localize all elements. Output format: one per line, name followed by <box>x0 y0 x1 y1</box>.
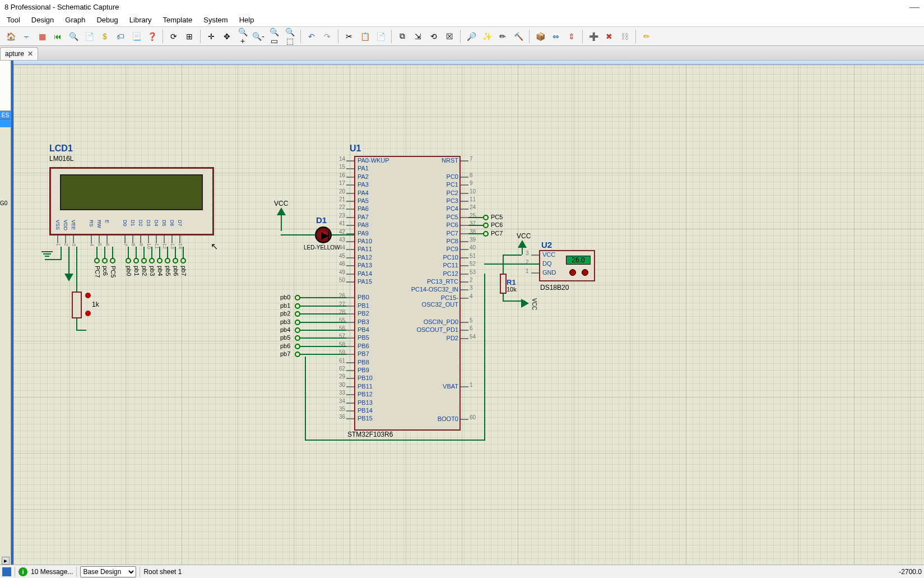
led-component[interactable] <box>315 226 332 243</box>
net-terminal[interactable] <box>483 215 489 220</box>
block-copy-icon[interactable]: ⧉ <box>395 29 410 44</box>
net-terminal[interactable] <box>94 258 100 263</box>
menu-help[interactable]: Help <box>235 15 259 25</box>
highlight-icon[interactable]: ✏ <box>639 29 654 44</box>
help-icon[interactable]: ❓ <box>145 29 159 44</box>
net-terminal[interactable] <box>157 258 162 263</box>
lcd-ref[interactable]: LCD1 <box>49 144 73 154</box>
messages-label[interactable]: 10 Message... <box>31 568 73 576</box>
link-icon[interactable]: ⛓ <box>617 29 632 44</box>
home-icon[interactable]: 🏠 <box>3 29 18 44</box>
pick-icon[interactable]: 🔎 <box>464 29 479 44</box>
net-terminal[interactable] <box>295 311 300 317</box>
net-terminal[interactable] <box>295 295 300 300</box>
minimize-icon[interactable]: — <box>909 1 920 13</box>
schematic-canvas[interactable]: LCD1 LM016L VSS 1 VDD 2 VEE 3 RS 4 RW 5 … <box>11 61 924 565</box>
mcu-pin-name: PC11 <box>410 262 458 269</box>
net-terminal[interactable] <box>295 303 300 309</box>
net-terminal[interactable] <box>141 258 147 263</box>
doc-icon[interactable]: 📄 <box>82 29 96 44</box>
r1-ref[interactable]: R1 <box>507 278 516 286</box>
tab-schematic-capture[interactable]: apture ✕ <box>0 47 38 60</box>
net-terminal[interactable] <box>295 320 300 325</box>
part-icon[interactable]: ⫟ <box>19 29 34 44</box>
block-delete-icon[interactable]: ☒ <box>442 29 457 44</box>
net-terminal[interactable] <box>149 258 155 263</box>
mirror-h-icon[interactable]: ⇔ <box>549 29 563 44</box>
wand-icon[interactable]: ✨ <box>480 29 494 44</box>
page-icon[interactable]: 📃 <box>129 29 143 44</box>
pencil-icon[interactable]: ✏ <box>495 29 510 44</box>
delete-icon[interactable]: ✖ <box>602 29 616 44</box>
block-move-icon[interactable]: ⇲ <box>411 29 425 44</box>
copy-icon[interactable]: 📋 <box>357 29 372 44</box>
ds18b20-btn2[interactable] <box>582 269 588 276</box>
sim-stop-icon[interactable] <box>2 567 11 576</box>
add-icon[interactable]: ➕ <box>586 29 601 44</box>
menu-tool[interactable]: Tool <box>2 15 25 25</box>
resistor-r1[interactable] <box>500 274 507 294</box>
zoom-all-icon[interactable]: 🔍▭ <box>267 29 281 44</box>
menu-library[interactable]: Library <box>125 15 156 25</box>
grid-icon[interactable]: ⊞ <box>182 29 197 44</box>
net-terminal[interactable] <box>295 327 300 333</box>
net-label: pb7 <box>280 350 290 357</box>
chip-icon[interactable]: ▦ <box>35 29 49 44</box>
money-icon[interactable]: $ <box>97 29 112 44</box>
net-terminal[interactable] <box>165 258 170 263</box>
redraw-icon[interactable]: ⟳ <box>166 29 181 44</box>
paste-icon[interactable]: 📄 <box>373 29 388 44</box>
zoom-out-icon[interactable]: 🔍- <box>251 29 266 44</box>
net-terminal[interactable] <box>483 223 489 228</box>
cut-icon[interactable]: ✂ <box>342 29 356 44</box>
menu-system[interactable]: System <box>199 15 232 25</box>
net-terminal[interactable] <box>483 231 489 237</box>
zoom-area-icon[interactable]: 🔍⬚ <box>282 29 297 44</box>
prev-icon[interactable]: ⏮ <box>50 29 65 44</box>
info-icon[interactable]: i <box>18 567 27 576</box>
menu-design[interactable]: Design <box>27 15 58 25</box>
net-terminal[interactable] <box>173 258 178 263</box>
pan-icon[interactable]: ✥ <box>220 29 234 44</box>
mirror-v-icon[interactable]: ⇕ <box>564 29 579 44</box>
mcu-pin-stub <box>346 265 354 266</box>
device-item[interactable]: G0 <box>0 200 11 206</box>
pot-adjust-up[interactable] <box>85 293 91 298</box>
svg-marker-0 <box>321 232 328 240</box>
net-terminal[interactable] <box>133 258 139 263</box>
mcu-pin-name: PB2 <box>357 310 369 317</box>
net-terminal[interactable] <box>295 344 300 349</box>
lcd-pin-num: 6 <box>105 243 110 246</box>
net-terminal[interactable] <box>180 258 186 263</box>
package-icon[interactable]: 📦 <box>533 29 547 44</box>
potentiometer[interactable] <box>72 292 82 318</box>
close-icon[interactable]: ✕ <box>27 50 33 58</box>
u2-ref[interactable]: U2 <box>541 240 552 249</box>
label-icon[interactable]: 🏷 <box>113 29 128 44</box>
menu-debug[interactable]: Debug <box>92 15 122 25</box>
redo-icon[interactable]: ↷ <box>320 29 335 44</box>
hammer-icon[interactable]: 🔨 <box>511 29 526 44</box>
origin-icon[interactable]: ✛ <box>204 29 219 44</box>
led-ref[interactable]: D1 <box>316 215 327 225</box>
ds18b20-btn1[interactable] <box>569 269 576 276</box>
net-terminal[interactable] <box>295 352 300 357</box>
design-select[interactable]: Base Design <box>80 566 136 577</box>
menu-graph[interactable]: Graph <box>61 15 90 25</box>
lcd-pin-name: D2 <box>138 220 143 226</box>
pot-adjust-down[interactable] <box>85 311 91 316</box>
mcu-ref[interactable]: U1 <box>350 144 361 154</box>
zoom-in-icon[interactable]: 🔍+ <box>235 29 250 44</box>
undo-icon[interactable]: ↶ <box>304 29 319 44</box>
net-terminal[interactable] <box>102 258 108 263</box>
devices-header[interactable]: ES <box>0 111 11 119</box>
net-terminal[interactable] <box>126 258 131 263</box>
block-rotate-icon[interactable]: ⟲ <box>426 29 441 44</box>
net-terminal[interactable] <box>110 258 115 263</box>
search-icon[interactable]: 🔍 <box>66 29 81 44</box>
net-terminal[interactable] <box>295 335 300 341</box>
menu-template[interactable]: Template <box>159 15 197 25</box>
scroll-right-icon[interactable]: ▸ <box>2 557 10 565</box>
mcu-pin-name: PB10 <box>357 374 373 381</box>
mcu-pin-stub <box>346 394 354 395</box>
